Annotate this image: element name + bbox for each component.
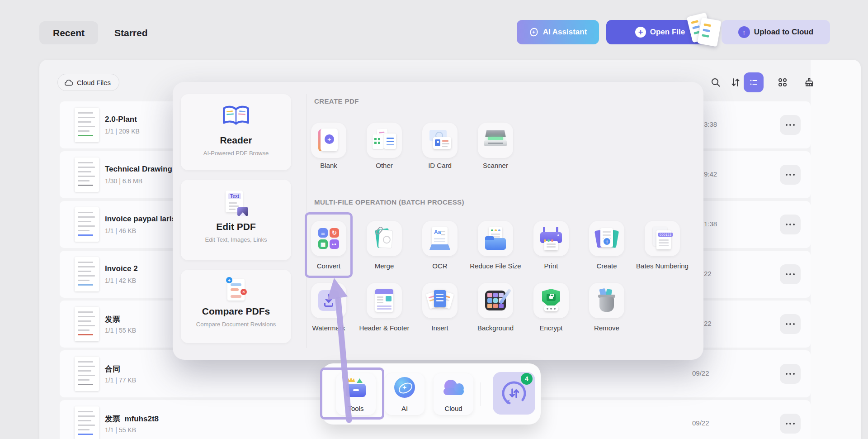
dock-tools-button[interactable]: Tools <box>336 373 376 415</box>
tab-recent[interactable]: Recent <box>39 21 98 44</box>
tile-bates-numbering[interactable]: 000123 <box>645 221 680 256</box>
file-thumbnail <box>75 157 99 192</box>
clean-brush-icon[interactable] <box>799 72 819 92</box>
tile-convert[interactable] <box>311 221 346 256</box>
tile-scanner[interactable] <box>478 123 513 158</box>
tile-header-footer[interactable] <box>367 283 402 318</box>
more-button[interactable] <box>780 364 801 384</box>
sort-icon[interactable] <box>726 72 745 92</box>
edit-pdf-subtitle: Edit Text, Images, Links <box>205 236 267 243</box>
tile-remove[interactable] <box>589 283 624 318</box>
upload-to-cloud-label: Upload to Cloud <box>754 28 813 37</box>
tile-create[interactable]: + <box>589 221 624 256</box>
cloud-files-button[interactable]: Cloud Files <box>57 74 119 91</box>
list-view-icon[interactable] <box>744 72 764 92</box>
reader-card[interactable]: Reader AI-Powered PDF Browse <box>181 94 291 170</box>
more-button[interactable] <box>780 215 801 234</box>
tile-ocr[interactable]: Aa <box>422 221 458 256</box>
file-meta: 1/1 | 46 KB <box>105 227 136 234</box>
tile-id-card[interactable] <box>422 123 458 158</box>
papers-illustration <box>679 14 720 50</box>
tile-reduce-file-size[interactable] <box>478 221 513 256</box>
tile-merge[interactable] <box>367 221 402 256</box>
batch-section-title: MULTI-FILE OPERATION (BATCH PROCESS) <box>314 198 464 206</box>
grid-view-icon[interactable] <box>773 72 793 92</box>
reader-subtitle: AI-Powered PDF Browse <box>203 150 269 157</box>
dock-ai-button[interactable]: AI <box>385 373 425 415</box>
file-meta: 1/30 | 6.6 MB <box>105 177 142 185</box>
ai-assistant-label: AI Assistant <box>543 28 587 37</box>
more-button[interactable] <box>780 115 801 135</box>
file-meta: 1/1 | 42 KB <box>105 277 136 284</box>
file-thumbnail <box>75 207 99 242</box>
more-button[interactable] <box>780 165 801 185</box>
tab-starred-label: Starred <box>114 28 148 38</box>
file-meta: 1/1 | 77 KB <box>105 377 136 384</box>
dock-cloud-label: Cloud <box>444 405 462 412</box>
ai-icon <box>394 377 415 398</box>
tile-print[interactable] <box>533 221 569 256</box>
tile-encrypt[interactable] <box>533 283 569 318</box>
compare-pdfs-icon: +× <box>223 277 249 302</box>
file-time: 09/22 <box>692 419 709 427</box>
reader-title: Reader <box>220 135 252 146</box>
tile-bates-numbering-label: Bates Numbering <box>628 262 696 270</box>
dock-sync-button[interactable]: 4 <box>493 372 535 415</box>
file-name: 发票 <box>105 314 120 324</box>
file-thumbnail <box>75 307 99 341</box>
compare-pdfs-subtitle: Compare Document Revisions <box>196 321 276 328</box>
merge-icon <box>373 227 396 250</box>
tile-background[interactable] <box>478 283 513 318</box>
tile-watermark[interactable] <box>311 283 346 318</box>
file-time: 09/22 <box>692 369 709 377</box>
upload-to-cloud-button[interactable]: ↑ Upload to Cloud <box>722 20 830 44</box>
more-button[interactable] <box>780 414 801 434</box>
more-button[interactable] <box>780 264 801 284</box>
file-name: 发票_mfuhs2t8 <box>105 414 159 424</box>
cloud-icon <box>64 79 73 86</box>
bottom-dock: Tools AI Cloud 4 <box>321 363 541 425</box>
search-icon[interactable] <box>706 72 726 92</box>
tile-other[interactable] <box>367 123 402 158</box>
edit-pdf-icon: Text <box>223 191 249 216</box>
edit-pdf-title: Edit PDF <box>216 221 256 232</box>
sync-count-badge: 4 <box>521 373 533 385</box>
dock-ai-label: AI <box>401 405 408 412</box>
tile-scanner-label: Scanner <box>462 162 529 169</box>
file-thumbnail <box>75 406 99 439</box>
file-name: 合同 <box>105 364 120 374</box>
more-button[interactable] <box>780 314 801 334</box>
tile-blank[interactable]: + <box>311 123 346 158</box>
tools-icon <box>344 377 367 397</box>
bates-numbering-icon: 000123 <box>651 227 674 250</box>
compare-pdfs-card[interactable]: +× Compare PDFs Compare Document Revisio… <box>181 270 291 343</box>
blank-icon: + <box>317 129 340 152</box>
remove-icon <box>596 289 617 312</box>
dock-cloud-button[interactable]: Cloud <box>434 373 473 415</box>
open-file-button[interactable]: + Open File <box>606 20 714 44</box>
ai-assistant-button[interactable]: AI Assistant <box>517 20 599 44</box>
file-name: Technical Drawing <box>105 165 172 174</box>
print-icon <box>539 227 563 250</box>
ai-assistant-icon <box>529 27 539 37</box>
edit-pdf-card[interactable]: Text Edit PDF Edit Text, Images, Links <box>181 180 291 260</box>
scrollbar-track[interactable] <box>811 60 861 439</box>
id-card-icon <box>428 130 452 151</box>
file-name: 2.0-Plant <box>105 115 137 124</box>
watermark-icon <box>318 290 339 311</box>
tile-insert[interactable] <box>422 283 458 318</box>
reader-book-icon <box>221 104 251 130</box>
create-pdf-section-title: CREATE PDF <box>314 97 359 105</box>
tab-starred[interactable]: Starred <box>114 21 148 44</box>
modal-divider <box>307 94 307 348</box>
header-footer-icon <box>375 289 393 312</box>
cloud-files-label: Cloud Files <box>77 79 111 86</box>
file-time: 1:38 <box>704 220 717 228</box>
encrypt-icon <box>540 289 562 312</box>
file-name: Invoice 2 <box>105 264 138 273</box>
file-meta: 1/1 | 55 KB <box>105 426 136 434</box>
file-meta: 1/1 | 209 KB <box>105 128 140 135</box>
background-icon <box>485 291 506 310</box>
tools-modal: Reader AI-Powered PDF Browse Text Edit P… <box>173 82 703 360</box>
dock-tools-label: Tools <box>348 405 363 412</box>
